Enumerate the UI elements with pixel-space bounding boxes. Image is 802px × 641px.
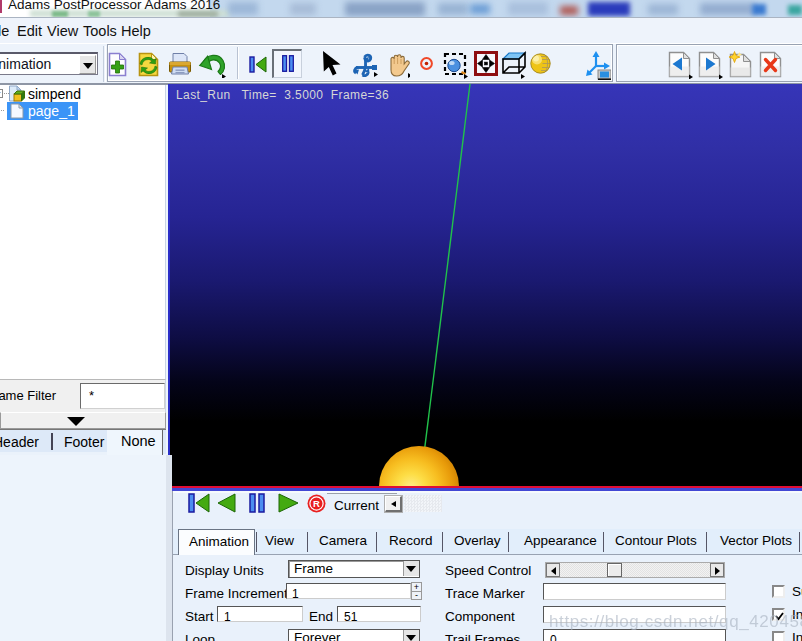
svg-text:R: R bbox=[313, 498, 320, 509]
